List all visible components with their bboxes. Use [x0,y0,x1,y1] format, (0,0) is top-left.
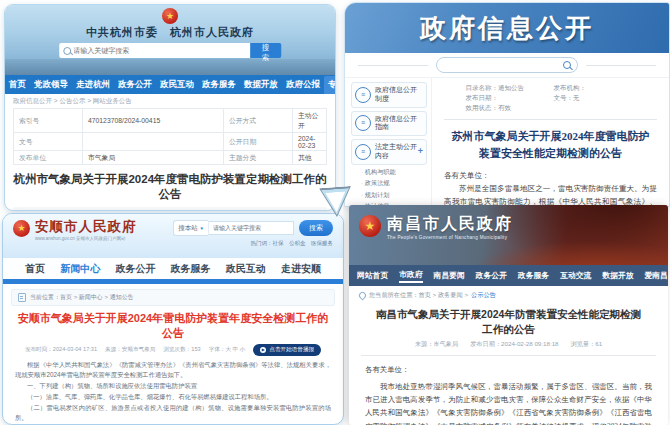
nav-item-services[interactable]: 政务服务 [198,76,240,94]
search-input[interactable] [436,57,578,73]
sidebar-item-label: 法定主动公开内容 [375,143,419,161]
nav-item-about[interactable]: 走进杭州 [72,76,114,94]
nav-item-home[interactable]: 首页 [25,262,45,276]
article-meta: 发布时间：2024-03-04 17:31 来源：安顺市气象局 浏览次数：153… [3,344,343,356]
national-emblem-icon: ★ [359,215,381,237]
hot-words[interactable]: 热门词：社保 公积金 医保服务 [173,240,333,247]
search-button[interactable]: 搜索 [299,220,333,236]
expand-icon[interactable]: + [418,146,423,156]
nav-item-disclosure[interactable]: 政务公开 [476,270,507,281]
nav-item-leaders[interactable]: 党政领导 [30,76,72,94]
category-label: 主题分类 [224,151,293,165]
sidebar-item-label: 政府信息公开指南 [375,115,419,133]
breadcrumb-current[interactable]: 公示公告 [471,291,496,300]
nanchang-header: ★ 南昌市人民政府 The People's Government of Nan… [349,205,668,265]
search-bar: 搜索 [59,43,281,58]
nav-item-news[interactable]: 南昌要闻 [434,270,465,281]
article-title: 杭州市气象局关于开展2024年度雷电防护装置定期检测工作的公告 [11,172,329,202]
banner-title: 政府信息公开 [420,11,594,46]
nav-item-interaction[interactable]: 政民互动 [156,76,198,94]
nav-item-disclosure[interactable]: 政务公开 [115,262,155,276]
date-value: 2024-02-23 [293,133,327,151]
sidebar-sublist: 机构与职能 政策法规 规划计划 统计信息 人事信息 通知公告 [361,168,427,208]
search-button[interactable]: 搜索 [250,43,280,58]
share-buttons: 微 信 ★ [288,211,321,212]
search-scope-dropdown[interactable]: 搜本站 ▼ [173,220,208,236]
emblem-star: ★ [166,11,174,21]
doc-number: 文号：无 [554,94,636,103]
method-value: 主动公开 [293,109,327,133]
site-logo: ★ 南昌市人民政府 The People's Government of Nan… [359,215,513,240]
nav-item-open-data[interactable]: 数据开放 [602,270,633,281]
article-body: 各有关单位： 我市地处亚热带湿润季风气候区，雷暴活动频繁，属于多雷区、强雷区。当… [365,363,652,425]
publish-time: 发布时间：2024-03-04 17:31 [25,346,97,354]
sidebar: ≡ 政府信息公开制度 ≡ 政府信息公开指南 ≡ 法定主动公开内容 + 机构与职能… [345,78,431,207]
validity-status: 效用状态：有效 [466,104,548,113]
hangzhou-banner: ★ 中共杭州市委 杭州市人民政府 搜索 [5,5,335,75]
article-title: 苏州市气象局关于开展2024年度雷电防护装置安全性能定期检测的公告 [448,128,653,162]
national-emblem-icon: ★ [13,220,30,237]
site-title: 中共杭州市委 杭州市人民政府 [5,25,335,40]
article-source: 来源：安顺市气象局 [105,346,155,354]
sidebar-item-disclosure-system[interactable]: ≡ 政府信息公开制度 [351,82,427,108]
nav-item-interaction[interactable]: 互动交流 [560,270,591,281]
wechat-share-icon[interactable]: 信 [300,211,309,212]
nav-item-interaction[interactable]: 政民互动 [226,262,266,276]
doc-meta: 目录名称：通知公告 发布机构： 发布日期： 文号：无 效用状态：有效 [466,84,636,113]
sublist-item-policies[interactable]: 政策法规 [361,179,427,188]
emblem-star: ★ [365,219,376,233]
view-count: 浏览次数：153 [163,346,200,354]
salutation: 各有关单位： [444,170,657,183]
search-row [345,53,669,78]
panel-anshun: ★ 安顺市人民政府 www.anshun.gov.cn 安顺市人民政府门户网站 … [2,213,344,425]
docno-value [83,133,224,151]
nav-item-about[interactable]: 走进安顺 [281,262,321,276]
nav-item-home[interactable]: 首页 [5,76,30,94]
issuing-agency: 发布机构： [554,84,636,93]
emblem-star: ★ [17,223,25,233]
nav-item-gazette[interactable]: 政府公报 [282,76,324,94]
search-icon [563,61,571,69]
search-icon [63,47,71,55]
nav-item-home[interactable]: 网站首页 [357,270,388,281]
chevron-down-icon: ▼ [200,226,204,231]
nav-item-love-nanchang[interactable]: 爱南昌 [645,270,668,281]
nav-item-news[interactable]: 新闻中心 [60,262,100,276]
sidebar-item-statutory-content[interactable]: ≡ 法定主动公开内容 + [351,139,427,165]
composite-screenshot: ★ 中共杭州市委 杭州市人民政府 搜索 首页 党政领导 走进杭州 政务公开 政民… [0,0,670,425]
search-input[interactable] [208,221,294,235]
breadcrumb: 您当前所在位置：首页 > 政务要闻 > 公示公告 [349,286,668,302]
search-input[interactable] [59,43,250,58]
nav-item-open-data[interactable]: 数据开放 [240,76,282,94]
docno-label: 文号 [14,133,83,151]
nav-item-services[interactable]: 政务服务 [171,262,211,276]
breadcrumb-text: 您当前所在位置：首页 > 政务要闻 > [369,291,468,300]
speech-play-button[interactable]: ▶ 点击开始语音播报 [253,344,321,356]
view-count: 浏览量：61 [571,340,603,349]
site-logo: ★ 安顺市人民政府 www.anshun.gov.cn 安顺市人民政府门户网站 [13,220,137,241]
sidebar-item-disclosure-guide[interactable]: ≡ 政府信息公开指南 [351,111,427,137]
document-icon [18,293,26,302]
clipboard-icon: ≡ [355,144,371,160]
article-title: 南昌市气象局关于开展2024年防雷装置安全性能定期检测工作的公告 [371,307,646,336]
weibo-share-icon[interactable]: 微 [288,211,297,212]
nav-item-services[interactable]: 政务服务 [518,270,549,281]
site-title: 安顺市人民政府 [35,220,137,235]
article-source: 来源：杭州市气象局 [154,210,215,211]
font-size-switch[interactable]: 字体：大 中 小 [209,346,246,354]
sublist-item-functions[interactable]: 机构与职能 [361,168,427,177]
play-icon: ▶ [260,347,266,353]
body-paragraph: （一）油库、气库、弹药库、化学品仓库、烟花爆竹、石化等易燃易爆建设工程和场所。 [15,392,331,402]
main-nav: 首页 党政领导 走进杭州 政务公开 政民互动 政务服务 数据开放 政府公报 专题… [5,75,335,94]
speech-label: 点击开始语音播报 [269,346,314,354]
panel-suzhou: 政府信息公开 ≡ 政府信息公开制度 ≡ 政府信息公开指南 ≡ 法定主动公开内容 [344,2,670,207]
nav-item-special[interactable]: 专题专栏 [324,76,336,94]
body-paragraph: 根据《中华人民共和国气象法》《防雷减灾管理办法》《贵州省气象灾害防御条例》等法律… [15,360,331,380]
nav-item-government[interactable]: 市政府 [399,269,422,283]
publisher-value: 市气象局 [83,151,224,165]
category-value: 其他 [293,151,327,165]
body-paragraph: 苏州是全国多雷暴地区之一，雷电灾害防御责任重大。为提高我市雷电灾害防御能力，根据… [444,183,657,207]
sublist-item-plans[interactable]: 规划计划 [361,191,427,200]
divider [358,65,428,66]
nav-item-disclosure[interactable]: 政务公开 [114,76,156,94]
